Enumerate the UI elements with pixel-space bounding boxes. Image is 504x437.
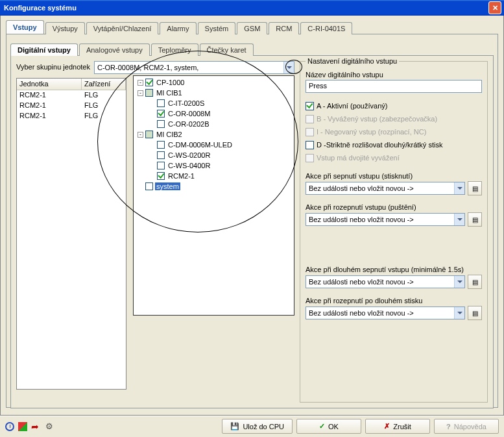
- save-button[interactable]: 💾 Ulož do CPU: [222, 419, 293, 434]
- bottom-toolbar: 💾 Ulož do CPU OK Zrušit Nápověda: [0, 416, 504, 436]
- tree-label[interactable]: MI CIB1: [155, 89, 184, 97]
- tree-node[interactable]: C-WS-0200R: [135, 150, 293, 160]
- tree-label[interactable]: MI CIB2: [155, 131, 184, 138]
- tree-toggle-icon[interactable]: -: [138, 132, 143, 138]
- action-value: Bez události nebo vložit novou ->: [306, 309, 454, 317]
- cell-device: FLG: [82, 111, 121, 121]
- tree-checkbox[interactable]: [157, 151, 165, 159]
- tree-node[interactable]: -CP-1000: [135, 77, 293, 88]
- action-value: Bez události nebo vložit novou ->: [306, 216, 454, 223]
- tab-system[interactable]: Systém: [198, 22, 236, 34]
- tree-checkbox[interactable]: [145, 182, 153, 190]
- tree-label[interactable]: C-OR-0008M: [167, 110, 211, 118]
- dropdown-arrow-icon[interactable]: [454, 276, 464, 288]
- action-combo[interactable]: Bez události nebo vložit novou ->: [306, 213, 465, 226]
- action-block: Akce při dlouhém sepnutí vstupu (minimál…: [306, 266, 482, 289]
- col-jednotka[interactable]: Jednotka: [17, 79, 82, 90]
- tree-node[interactable]: C-OR-0008M: [135, 108, 293, 119]
- cancel-icon: [384, 422, 390, 431]
- action-label: Akce při rozepnutí vstupu (puštění): [306, 203, 482, 211]
- action-combo[interactable]: Bez události nebo vložit novou ->: [306, 306, 465, 319]
- ok-button[interactable]: OK: [296, 419, 361, 434]
- check-line[interactable]: A - Aktivní (používaný): [306, 99, 482, 112]
- tab-vstupy[interactable]: Vstupy: [6, 20, 44, 34]
- tab-rcm[interactable]: RCM: [269, 22, 299, 34]
- help-button[interactable]: Nápověda: [434, 419, 499, 434]
- check-line[interactable]: D -Striktně rozlišovat dlouhý/krátký sti…: [306, 138, 482, 151]
- unit-tree-popup[interactable]: -CP-1000-MI CIB1C-IT-0200SC-OR-0008MC-OR…: [133, 75, 294, 316]
- tree-label[interactable]: C-WS-0200R: [167, 151, 211, 159]
- action-edit-button[interactable]: ▤: [468, 275, 482, 289]
- tree-node[interactable]: C-WS-0400R: [135, 160, 293, 171]
- check-label: A - Aktivní (používaný): [317, 102, 387, 110]
- subtab-analog[interactable]: Analogové vstupy: [79, 44, 150, 56]
- tree-label[interactable]: C-WS-0400R: [167, 162, 211, 169]
- tree-checkbox[interactable]: [157, 172, 165, 180]
- name-input[interactable]: Press: [306, 80, 482, 93]
- tab-vystupy[interactable]: Výstupy: [45, 22, 85, 34]
- tree-checkbox[interactable]: [157, 141, 165, 149]
- group-title: Nastavení digitálního vstupu: [306, 57, 399, 65]
- tree-checkbox[interactable]: [145, 89, 153, 97]
- tree-checkbox[interactable]: [157, 110, 165, 118]
- tree-checkbox[interactable]: [157, 120, 165, 128]
- tree-checkbox[interactable]: [145, 131, 153, 138]
- unit-group-combo[interactable]: C-OR-0008M, RCM2-1, system,: [94, 61, 294, 74]
- action-edit-button[interactable]: ▤: [468, 306, 482, 320]
- tree-label[interactable]: CP-1000: [155, 79, 186, 86]
- close-button[interactable]: ✕: [488, 1, 501, 14]
- check-label: I - Negovaný vstup (rozpínací, NC): [317, 128, 426, 136]
- tree-label[interactable]: C-IT-0200S: [167, 99, 206, 107]
- tree-node[interactable]: C-IT-0200S: [135, 98, 293, 108]
- tree-toggle-icon[interactable]: -: [138, 90, 143, 96]
- action-combo[interactable]: Bez události nebo vložit novou ->: [306, 182, 465, 195]
- action-combo[interactable]: Bez události nebo vložit novou ->: [306, 275, 465, 288]
- action-label: Akce při dlouhém sepnutí vstupu (minimál…: [306, 266, 482, 273]
- tab-gsm[interactable]: GSM: [237, 22, 267, 34]
- tree-toggle-icon[interactable]: -: [138, 80, 143, 86]
- action-label: Akce při sepnutí vstupu (stisknutí): [306, 172, 482, 180]
- table-row[interactable]: RCM2-1FLG: [17, 111, 126, 121]
- tree-node[interactable]: -MI CIB1: [135, 88, 293, 98]
- name-label: Název digitálního vstupu: [306, 71, 482, 79]
- table-row[interactable]: RCM2-1FLG: [17, 101, 126, 111]
- config-icon[interactable]: [45, 421, 56, 432]
- tree-checkbox[interactable]: [157, 162, 165, 169]
- flag-icon[interactable]: [18, 422, 27, 431]
- subtab-thermo[interactable]: Teploměry: [151, 44, 198, 56]
- tree-checkbox[interactable]: [157, 99, 165, 107]
- action-value: Bez události nebo vložit novou ->: [306, 278, 454, 286]
- action-edit-button[interactable]: ▤: [468, 212, 482, 227]
- checkbox[interactable]: [306, 102, 314, 110]
- dropdown-arrow-icon[interactable]: [454, 214, 464, 225]
- tree-checkbox[interactable]: [145, 79, 153, 86]
- tree-node[interactable]: -MI CIB2: [135, 129, 293, 140]
- ok-icon: [319, 422, 325, 431]
- tree-node[interactable]: RCM2-1: [135, 171, 293, 181]
- tab-vytapeni[interactable]: Vytápění/Chlazení: [86, 22, 158, 34]
- window-title: Konfigurace systému: [4, 4, 488, 12]
- cell-unit: RCM2-1: [17, 111, 82, 121]
- subtab-card[interactable]: Čtečky karet: [200, 44, 254, 56]
- tree-label[interactable]: RCM2-1: [167, 172, 196, 180]
- tree-label[interactable]: C-OR-0202B: [167, 120, 211, 128]
- tree-node[interactable]: C-DM-0006M-ULED: [135, 140, 293, 150]
- dropdown-arrow-icon[interactable]: [454, 182, 464, 194]
- tree-node[interactable]: C-OR-0202B: [135, 119, 293, 129]
- tree-label[interactable]: C-DM-0006M-ULED: [167, 141, 234, 149]
- dropdown-arrow-icon[interactable]: [454, 307, 464, 319]
- clock-icon[interactable]: [5, 422, 14, 431]
- check-label: Vstup má dvojité vyvážení: [317, 154, 400, 162]
- table-row[interactable]: RCM2-1FLG: [17, 90, 126, 101]
- action-edit-button[interactable]: ▤: [468, 181, 482, 195]
- dropdown-arrow-icon[interactable]: [283, 62, 294, 73]
- tree-label[interactable]: system: [155, 182, 180, 190]
- tree-node[interactable]: system: [135, 181, 293, 192]
- subtab-digital[interactable]: Digitální vstupy: [10, 44, 78, 56]
- tab-cri[interactable]: C-RI-0401S: [300, 22, 352, 34]
- cancel-button[interactable]: Zrušit: [365, 419, 430, 434]
- checkbox[interactable]: [306, 141, 314, 149]
- tab-alarmy[interactable]: Alarmy: [160, 22, 196, 34]
- col-zarizeni[interactable]: Zařízení: [82, 79, 126, 90]
- export-icon[interactable]: [31, 421, 42, 432]
